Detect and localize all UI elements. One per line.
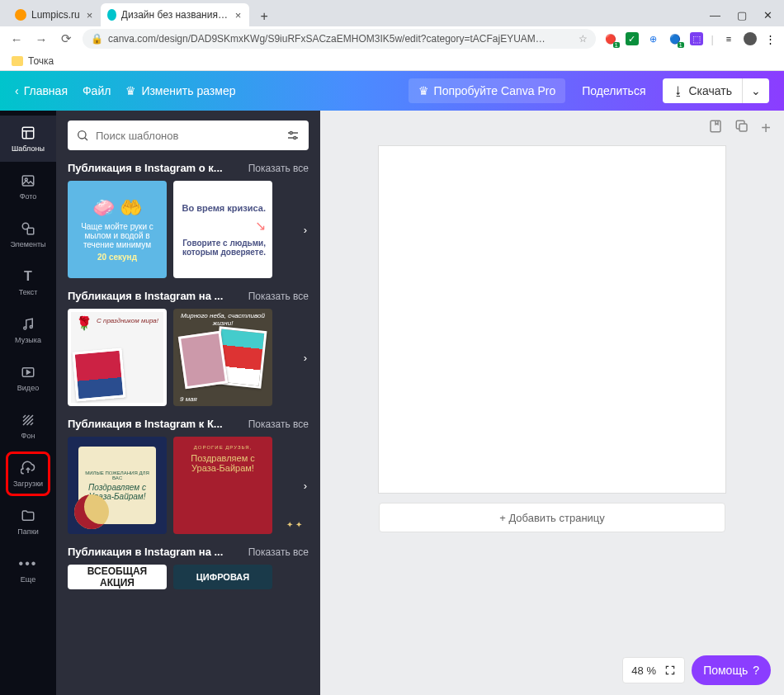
design-canvas[interactable] <box>379 146 725 493</box>
more-icon: ••• <box>20 556 36 572</box>
scroll-right-button[interactable]: › <box>297 470 314 500</box>
globe-icon[interactable]: ⊕ <box>647 32 660 45</box>
notes-icon[interactable] <box>708 119 723 138</box>
label: Попробуйте Canva Pro <box>434 84 556 97</box>
template-thumbnail[interactable]: Во время кризиса. ↘ Говорите с людьми, к… <box>173 181 272 278</box>
reading-list-icon[interactable]: ≡ <box>722 32 735 45</box>
rail-templates[interactable]: Шаблоны <box>0 116 56 162</box>
download-icon: ⭳ <box>673 84 684 97</box>
back-icon[interactable]: ← <box>8 32 25 46</box>
rail-background[interactable]: Фон <box>0 403 56 449</box>
window-controls: — ▢ ✕ <box>698 4 784 26</box>
rail-label: Элементы <box>10 240 45 248</box>
add-page-button[interactable]: + Добавить страницу <box>379 503 725 532</box>
star-icon[interactable]: ☆ <box>579 33 588 45</box>
rail-music[interactable]: Музыка <box>0 307 56 353</box>
filter-icon[interactable] <box>286 128 300 143</box>
svg-point-7 <box>24 327 26 329</box>
forward-icon[interactable]: → <box>33 32 50 46</box>
templates-icon <box>20 125 36 141</box>
thumb-text: Чаще мойте руки с мылом и водой в течени… <box>74 222 160 249</box>
maximize-icon[interactable]: ▢ <box>737 9 747 21</box>
duplicate-icon[interactable] <box>734 119 749 138</box>
templates-panel: Публикация в Instagram о к... Показать в… <box>56 111 320 695</box>
search-icon <box>76 129 89 142</box>
scroll-right-button[interactable]: › <box>297 215 314 244</box>
fullscreen-icon[interactable] <box>664 664 676 676</box>
crown-icon: ♛ <box>418 84 429 97</box>
rail-label: Текст <box>19 288 38 296</box>
crown-icon: ♛ <box>125 84 136 97</box>
search-input[interactable] <box>96 130 279 142</box>
add-page-icon[interactable]: + <box>761 119 771 138</box>
download-dropdown[interactable]: ⌄ <box>742 78 769 103</box>
reload-icon[interactable]: ⟳ <box>58 31 74 46</box>
download-button[interactable]: ⭳ Скачать <box>663 78 743 103</box>
bookmarks-bar: Точка <box>0 51 784 71</box>
avatar-icon[interactable] <box>744 32 757 45</box>
resize-button[interactable]: ♛ Изменить размер <box>125 84 235 97</box>
bookmark-item[interactable]: Точка <box>28 55 54 67</box>
label: + Добавить страницу <box>499 512 605 524</box>
panel-collapse-handle[interactable] <box>314 342 320 381</box>
folder-icon <box>20 508 36 524</box>
template-thumbnail[interactable]: ВСЕОБЩАЯ АКЦИЯ <box>68 565 167 589</box>
rail-label: Еще <box>21 575 35 584</box>
ext-icon[interactable]: 🔵1 <box>668 32 682 45</box>
template-section: Публикация в Instagram на ... Показать в… <box>68 546 309 589</box>
help-button[interactable]: Помощь ? <box>692 655 771 685</box>
close-icon[interactable]: × <box>85 9 95 21</box>
close-window-icon[interactable]: ✕ <box>763 9 772 21</box>
try-pro-button[interactable]: ♛ Попробуйте Canva Pro <box>409 78 566 103</box>
search-input-wrap[interactable] <box>68 121 309 150</box>
label: Помощь <box>703 664 748 677</box>
thumb-text: 9 мая <box>180 395 197 403</box>
rail-label: Видео <box>17 384 39 392</box>
svg-point-16 <box>78 131 86 139</box>
template-thumbnail[interactable]: ДОРОГИЕ ДРУЗЬЯ, Поздравляем с Ураза-Байр… <box>173 437 272 534</box>
ext-icon[interactable]: ⬚ <box>690 32 703 45</box>
show-all-link[interactable]: Показать все <box>248 291 309 302</box>
rail-video[interactable]: Видео <box>0 355 56 401</box>
browser-tab-inactive[interactable]: Lumpics.ru × <box>8 3 101 26</box>
template-thumbnail[interactable]: Мирного неба, счастливой жизни! 9 мая <box>173 309 272 406</box>
minimize-icon[interactable]: — <box>710 9 720 21</box>
svg-rect-6 <box>27 228 34 234</box>
chevron-down-icon: ⌄ <box>751 84 761 97</box>
svg-rect-23 <box>739 124 747 131</box>
template-thumbnail[interactable]: 🧼 🤲 Чаще мойте руки с мылом и водой в те… <box>68 181 167 278</box>
music-icon <box>20 316 36 333</box>
svg-point-8 <box>30 326 32 329</box>
svg-line-13 <box>23 415 26 418</box>
show-all-link[interactable]: Показать все <box>248 546 309 558</box>
rail-photo[interactable]: Фото <box>0 163 56 210</box>
rail-more[interactable]: ••• Еще <box>0 546 56 593</box>
menu-icon[interactable]: ⋮ <box>765 33 776 45</box>
address-bar: ← → ⟳ 🔒 canva.com/design/DAD9SKmxKWg/S9i… <box>0 26 784 51</box>
thumb-text: 20 секунд <box>97 253 137 262</box>
close-icon[interactable]: × <box>234 9 243 21</box>
rail-label: Шаблоны <box>12 144 45 153</box>
rail-uploads[interactable]: Загрузки <box>0 451 56 497</box>
template-thumbnail[interactable]: С праздником мира! 🌹 <box>68 309 167 406</box>
browser-tab-active[interactable]: Дизайн без названия — Пост в × <box>101 3 249 26</box>
file-menu[interactable]: Файл <box>83 84 111 97</box>
svg-rect-0 <box>22 127 34 139</box>
svg-line-15 <box>31 423 33 425</box>
rail-folders[interactable]: Папки <box>0 499 56 545</box>
ext-icon[interactable]: 🔴1 <box>604 32 617 45</box>
show-all-link[interactable]: Показать все <box>248 418 309 430</box>
ext-icon[interactable]: ✓ <box>626 32 639 45</box>
show-all-link[interactable]: Показать все <box>248 163 309 174</box>
template-thumbnail[interactable]: ЦИФРОВАЯ <box>173 565 272 589</box>
url-field[interactable]: 🔒 canva.com/design/DAD9SKmxKWg/S9iuRFxSA… <box>83 29 596 49</box>
new-tab-button[interactable]: + <box>254 7 274 26</box>
home-button[interactable]: ‹ Главная <box>15 84 68 97</box>
tab-title: Дизайн без названия — Пост в <box>121 9 229 21</box>
sidebar-rail: Шаблоны Фото Элементы T Текст Музыка Вид… <box>0 111 56 695</box>
share-button[interactable]: Поделиться <box>574 78 654 103</box>
rail-elements[interactable]: Элементы <box>0 211 56 258</box>
scroll-right-button[interactable]: › <box>297 343 314 372</box>
rail-text[interactable]: T Текст <box>0 259 56 305</box>
zoom-control[interactable]: 48 % <box>622 657 685 683</box>
